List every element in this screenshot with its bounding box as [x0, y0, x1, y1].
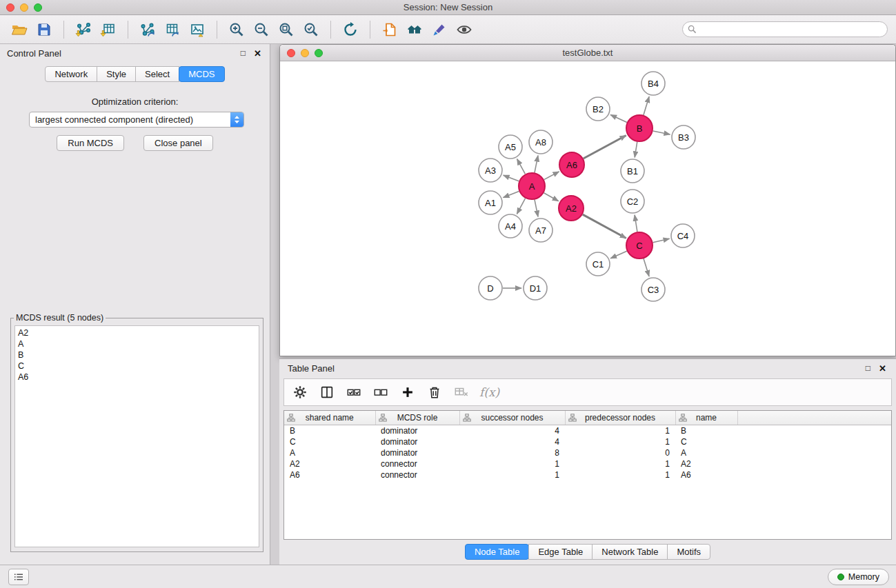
search-box[interactable]	[682, 21, 888, 37]
network-edge-A-A5[interactable]	[517, 159, 526, 174]
close-panel-button[interactable]: Close panel	[143, 135, 213, 151]
table-tab-node-table[interactable]: Node Table	[465, 544, 530, 560]
table-row[interactable]: Adominator80A	[284, 447, 891, 458]
zoom-out-button[interactable]	[249, 19, 274, 41]
network-edge-A-A6[interactable]	[544, 172, 559, 180]
mcds-result-item[interactable]: B	[18, 349, 256, 361]
show-panels-button[interactable]	[8, 569, 29, 585]
network-node-A6[interactable]: A6	[559, 152, 584, 177]
mcds-result-item[interactable]: C	[18, 361, 256, 372]
network-edge-A2-C[interactable]	[583, 214, 626, 238]
export-table-button[interactable]	[160, 19, 185, 41]
eye-button[interactable]	[452, 19, 477, 41]
column-header-successor-nodes[interactable]: successor nodes	[459, 411, 565, 425]
table-cell[interactable]: 4	[459, 425, 565, 436]
table-cell[interactable]: 4	[459, 436, 565, 447]
network-node-C1[interactable]: C1	[586, 252, 610, 276]
close-table-panel-icon[interactable]: ✕	[879, 363, 886, 374]
import-table-button[interactable]	[96, 19, 121, 41]
table-cell[interactable]: 1	[565, 458, 675, 469]
table-cell[interactable]: C	[284, 436, 375, 447]
table-cell[interactable]: 1	[565, 436, 675, 447]
delete-table-button[interactable]	[451, 383, 472, 402]
network-edge-B-B1[interactable]	[635, 142, 637, 158]
deselect-all-columns-button[interactable]	[370, 383, 391, 402]
network-graph[interactable]: AA1A2A3A4A5A6A7A8BB1B2B3B4CC1C2C3C4DD1	[280, 61, 895, 356]
import-network-button[interactable]	[71, 19, 96, 41]
network-edge-C-C4[interactable]	[653, 239, 670, 242]
table-cell[interactable]: 1	[565, 469, 675, 480]
table-row[interactable]: A2connector11A2	[284, 458, 891, 469]
network-node-B3[interactable]: B3	[672, 125, 695, 149]
float-table-panel-icon[interactable]: □	[866, 363, 870, 373]
save-session-button[interactable]	[32, 19, 57, 41]
network-node-C4[interactable]: C4	[671, 224, 695, 247]
tab-network[interactable]: Network	[45, 66, 97, 82]
network-node-A[interactable]: A	[519, 173, 545, 199]
table-cell[interactable]: B	[675, 425, 737, 436]
tab-mcds[interactable]: MCDS	[179, 66, 224, 82]
network-node-B2[interactable]: B2	[586, 97, 610, 121]
network-edge-A-A3[interactable]	[504, 175, 519, 181]
table-tab-motifs[interactable]: Motifs	[667, 544, 710, 560]
table-cell[interactable]: 0	[565, 447, 675, 458]
table-cell[interactable]: A6	[284, 469, 375, 480]
refresh-button[interactable]	[338, 19, 363, 41]
select-all-columns-button[interactable]	[344, 383, 364, 402]
delete-column-button[interactable]	[424, 383, 445, 402]
zoom-fit-button[interactable]	[274, 19, 299, 41]
column-header-predecessor-nodes[interactable]: predecessor nodes	[565, 411, 675, 425]
tab-select[interactable]: Select	[135, 66, 179, 82]
table-cell[interactable]: A6	[675, 469, 737, 480]
add-column-button[interactable]	[397, 383, 418, 402]
close-panel-icon[interactable]: ✕	[254, 48, 261, 59]
table-cell[interactable]: dominator	[375, 425, 459, 436]
table-cell[interactable]: B	[284, 425, 375, 436]
mcds-result-item[interactable]: A6	[18, 372, 256, 383]
table-cell[interactable]: dominator	[375, 436, 459, 447]
network-canvas[interactable]: AA1A2A3A4A5A6A7A8BB1B2B3B4CC1C2C3C4DD1	[280, 61, 895, 356]
table-cell[interactable]: A2	[675, 458, 737, 469]
table-settings-button[interactable]	[290, 383, 310, 402]
table-cell[interactable]: connector	[375, 469, 459, 480]
network-edge-B-B3[interactable]	[653, 131, 670, 134]
table-cell[interactable]: A2	[284, 458, 375, 469]
table-cell[interactable]: A	[675, 447, 737, 458]
search-input[interactable]	[697, 24, 887, 34]
network-node-A2[interactable]: A2	[559, 196, 584, 221]
network-edge-B-B2[interactable]	[610, 115, 627, 123]
network-node-C[interactable]: C	[626, 232, 653, 258]
new-network-button[interactable]	[135, 19, 160, 41]
open-session-button[interactable]	[7, 19, 32, 41]
column-header-name[interactable]: name	[675, 411, 737, 425]
network-edge-A-A1[interactable]	[504, 191, 519, 197]
network-edge-A-A8[interactable]	[535, 156, 538, 173]
table-cell[interactable]: 1	[565, 425, 675, 436]
network-node-A3[interactable]: A3	[479, 159, 502, 182]
show-columns-button[interactable]	[317, 383, 337, 402]
mcds-result-item[interactable]: A2	[18, 327, 256, 338]
table-row[interactable]: A6connector11A6	[284, 469, 891, 480]
table-row[interactable]: Bdominator41B	[284, 425, 891, 436]
table-cell[interactable]: C	[675, 436, 737, 447]
network-edge-A-A4[interactable]	[517, 199, 525, 214]
network-edge-A-A2[interactable]	[544, 193, 558, 201]
network-edge-C-C1[interactable]	[610, 251, 627, 258]
network-node-A5[interactable]: A5	[499, 135, 522, 159]
table-cell[interactable]: 8	[459, 447, 565, 458]
network-node-C3[interactable]: C3	[641, 278, 665, 301]
export-image-button[interactable]	[185, 19, 210, 41]
table-cell[interactable]: 1	[459, 469, 565, 480]
table-row[interactable]: Cdominator41C	[284, 436, 891, 447]
network-node-A7[interactable]: A7	[529, 219, 552, 242]
network-edge-C-C2[interactable]	[635, 215, 637, 232]
style-brush-button[interactable]	[427, 19, 452, 41]
float-panel-icon[interactable]: □	[241, 48, 246, 58]
home-button[interactable]	[402, 19, 427, 41]
table-tab-edge-table[interactable]: Edge Table	[528, 544, 593, 560]
table-cell[interactable]: 1	[459, 458, 565, 469]
column-header-shared-name[interactable]: shared name	[284, 411, 375, 425]
document-button[interactable]	[377, 19, 402, 41]
table-cell[interactable]: connector	[375, 458, 459, 469]
network-edge-B-B4[interactable]	[644, 97, 649, 115]
